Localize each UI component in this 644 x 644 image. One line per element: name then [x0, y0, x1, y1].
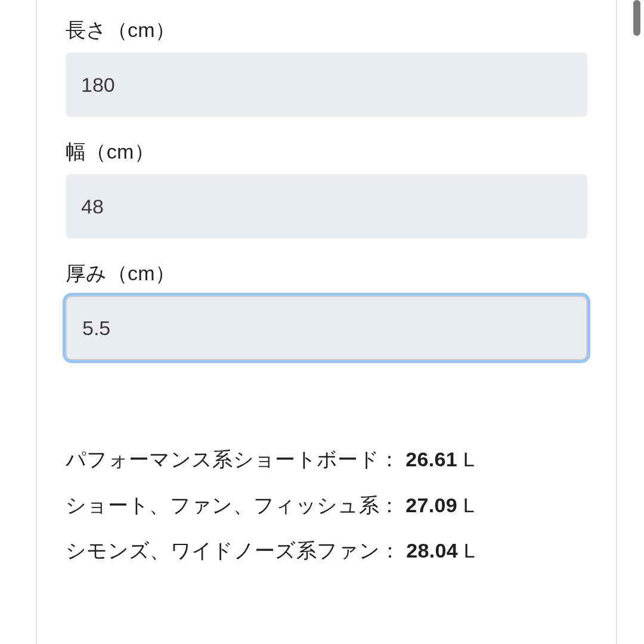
- thickness-input[interactable]: [66, 296, 587, 360]
- width-field-group: 幅（cm）: [66, 138, 587, 239]
- thickness-field-group: 厚み（cm）: [66, 260, 587, 360]
- results-section: パフォーマンス系ショートボード： 26.61 L ショート、ファン、フィッシュ系…: [66, 436, 587, 574]
- width-label: 幅（cm）: [66, 138, 587, 166]
- scrollbar-track[interactable]: [631, 0, 644, 644]
- result-short-fun-fish: ショート、ファン、フィッシュ系： 27.09 L: [66, 482, 587, 528]
- length-input[interactable]: [66, 52, 587, 117]
- result-simmons-wide-label: シモンズ、ワイドノーズ系ファン：: [66, 539, 400, 562]
- width-input[interactable]: [66, 174, 587, 239]
- result-performance-value: 26.61: [405, 448, 457, 470]
- result-short-fun-fish-value: 27.09: [405, 494, 457, 516]
- length-label: 長さ（cm）: [66, 17, 587, 44]
- form-panel: 長さ（cm） 幅（cm） 厚み（cm） パフォーマンス系ショートボード： 26.…: [36, 0, 617, 644]
- scrollbar-thumb[interactable]: [633, 0, 640, 36]
- result-performance-label: パフォーマンス系ショートボード：: [66, 448, 400, 470]
- result-short-fun-fish-label: ショート、ファン、フィッシュ系：: [66, 494, 400, 516]
- result-short-fun-fish-unit: L: [457, 494, 475, 516]
- result-simmons-wide-value: 28.04: [406, 539, 458, 562]
- result-simmons-wide: シモンズ、ワイドノーズ系ファン： 28.04 L: [66, 528, 587, 574]
- result-simmons-wide-unit: L: [458, 539, 475, 562]
- length-field-group: 長さ（cm）: [66, 17, 587, 117]
- thickness-label: 厚み（cm）: [66, 260, 587, 287]
- result-performance-unit: L: [457, 448, 475, 470]
- result-performance: パフォーマンス系ショートボード： 26.61 L: [66, 436, 587, 482]
